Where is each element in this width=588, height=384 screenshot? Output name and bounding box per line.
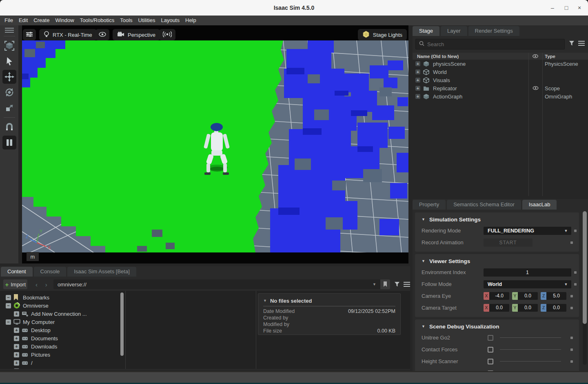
camera-eye-y-field[interactable]: 0.0 [518,292,538,300]
viewport-settings-button[interactable] [23,29,36,40]
tab-semantics-schema-editor[interactable]: Semantics Schema Editor [447,200,521,210]
tree-item-pictures[interactable]: +Pictures [0,351,120,359]
section-header[interactable]: ▼Scene Debug Visualization [418,321,576,332]
menu-item-utilities[interactable]: Utilities [135,16,158,25]
menu-item-window[interactable]: Window [52,16,77,25]
tab-content[interactable]: Content [1,267,33,277]
filter-icon[interactable] [394,281,400,287]
bookmark-icon[interactable] [380,279,390,289]
eye-icon[interactable] [533,85,539,92]
camera-target-z-field[interactable]: 0.0 [546,304,566,312]
options-menu-icon[interactable] [404,282,410,287]
visibility-button[interactable] [95,29,109,40]
select-tool-button[interactable] [2,54,16,68]
import-button[interactable]: + Import [3,279,27,289]
expand-icon[interactable]: + [14,352,19,357]
follow-mode-dropdown[interactable]: World▼ [484,280,571,288]
collapse-icon[interactable]: ▼ [263,299,267,303]
camera-target-y-field[interactable]: 0.0 [518,304,538,312]
menu-item-tools[interactable]: Tools [117,16,135,25]
column-type[interactable]: Type [542,54,588,59]
toolbar-grip-icon[interactable] [5,28,14,33]
expand-icon[interactable]: − [6,319,11,325]
menu-item-help[interactable]: Help [182,16,199,25]
scale-tool-button[interactable] [2,101,16,115]
expand-icon[interactable]: + [415,94,420,99]
tab-property[interactable]: Property [413,200,446,210]
tree-item-omniverse[interactable]: −Omniverse [0,301,120,310]
expand-icon[interactable]: + [415,86,420,91]
expand-icon[interactable]: + [415,69,420,74]
expand-icon[interactable]: + [14,368,19,369]
stage-search-input[interactable] [427,41,561,47]
snap-tool-button[interactable] [2,120,16,134]
tree-item-bookmarks[interactable]: −Bookmarks [0,293,120,301]
expand-icon[interactable]: + [14,311,19,317]
expand-icon[interactable]: + [415,78,420,83]
expand-icon[interactable]: + [14,360,19,366]
height-scanner-checkbox[interactable] [488,359,493,364]
section-header[interactable]: ▼Simulation Settings [418,214,576,225]
collapse-icon[interactable]: ▼ [422,217,425,221]
menu-item-create[interactable]: Create [31,16,52,25]
close-button[interactable]: × [573,0,586,16]
camera-target-x-field[interactable]: 0.0 [489,304,509,312]
start-button[interactable]: START [484,239,533,247]
unitree-go2-checkbox[interactable] [488,335,493,341]
expand-icon[interactable]: + [14,344,19,349]
stage-tree-row[interactable]: +physicsScenePhysicsScene [413,60,588,68]
address-bar[interactable]: ▼ [53,279,390,289]
filter-icon[interactable] [569,40,575,46]
expand-icon[interactable]: + [14,336,19,341]
expand-icon[interactable]: + [415,61,420,66]
camera-eye-x-field[interactable]: -4.0 [489,292,509,300]
stage-tree-row[interactable]: +ReplicatorScope [413,84,588,92]
chevron-down-icon[interactable]: ▼ [368,282,380,286]
stage-tree-row[interactable]: +World [413,68,588,76]
move-tool-button[interactable] [2,70,16,84]
rendering-mode-dropdown[interactable]: FULL_RENDERING▼ [484,227,571,235]
address-input[interactable] [58,281,368,288]
stage-search[interactable] [415,39,565,49]
back-button[interactable]: ‹ [31,281,41,288]
expand-icon[interactable]: + [14,328,19,333]
collapse-icon[interactable]: ▼ [422,324,425,328]
tab-layer[interactable]: Layer [441,26,467,36]
scrollbar-thumb[interactable] [583,211,587,324]
select-mode-button[interactable] [2,39,16,53]
tree-item-my-computer[interactable]: −My Computer [0,318,120,326]
tab-isaac-sim-assets-beta[interactable]: Isaac Sim Assets [Beta] [67,267,136,277]
tree-item-downloads[interactable]: +Downloads [0,342,120,351]
minimize-button[interactable]: – [546,0,559,16]
broadcast-button[interactable] [159,29,175,40]
tree-item-partial[interactable]: +/ [0,359,120,367]
column-name[interactable]: Name (Old to New) [413,54,528,59]
options-menu-icon[interactable] [578,41,585,46]
contact-forces-checkbox[interactable] [488,347,493,353]
eye-column-icon[interactable] [528,54,542,58]
menu-item-edit[interactable]: Edit [16,16,31,25]
eye-cell[interactable] [528,85,542,92]
menu-item-file[interactable]: File [2,16,16,25]
tab-isaaclab[interactable]: IsaacLab [522,200,557,210]
camera-selector-button[interactable]: Perspective [113,29,160,40]
tree-item-desktop[interactable]: +Desktop [0,326,120,334]
collapse-icon[interactable]: ▼ [422,259,425,263]
maximize-button[interactable]: □ [560,0,572,16]
expand-icon[interactable]: − [6,303,11,308]
stage-tree-row[interactable]: +Visuals [413,76,588,84]
forward-button[interactable]: › [41,281,51,288]
tree-item-item[interactable]: + [0,367,120,369]
stage-tree-row[interactable]: +ActionGraphOmniGraph [413,92,588,100]
tab-console[interactable]: Console [34,267,67,277]
expand-icon[interactable]: − [6,295,11,300]
tree-item-add-new-connection[interactable]: +Add New Connection ... [0,310,120,318]
scrollbar[interactable] [583,211,587,365]
pause-button[interactable] [2,136,16,150]
renderer-selector-button[interactable]: RTX - Real-Time [39,29,97,40]
section-header[interactable]: ▼Viewer Settings [418,256,576,266]
viewport[interactable]: X Y Z m RTX - Real-Time Perspective [22,25,408,263]
camera-eye-z-field[interactable]: 5.0 [546,292,566,300]
menu-item-layouts[interactable]: Layouts [158,16,182,25]
tab-stage[interactable]: Stage [413,26,439,36]
